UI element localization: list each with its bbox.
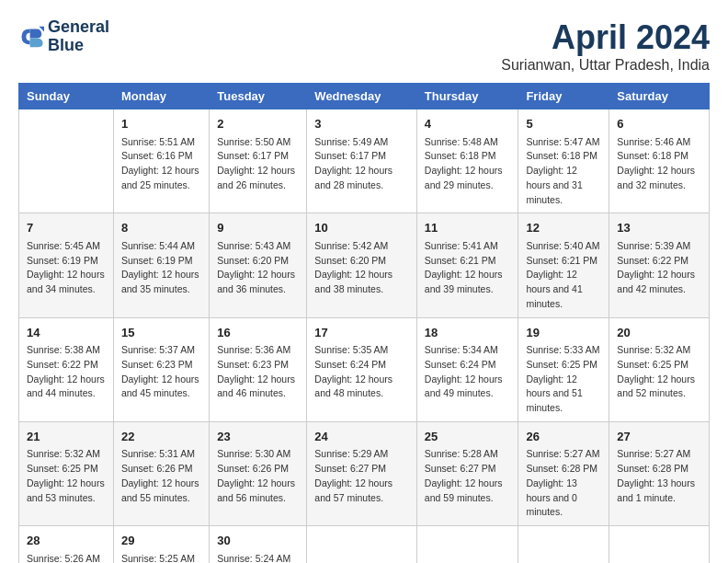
day-info: Sunrise: 5:33 AMSunset: 6:25 PMDaylight:… (526, 343, 601, 416)
calendar-cell: 7Sunrise: 5:45 AMSunset: 6:19 PMDaylight… (19, 213, 114, 317)
day-info: Sunrise: 5:48 AMSunset: 6:18 PMDaylight:… (425, 135, 511, 193)
day-number: 6 (617, 115, 701, 133)
header-day-monday: Monday (113, 84, 209, 109)
day-number: 12 (526, 219, 601, 237)
header: General Blue April 2024 Surianwan, Uttar… (18, 18, 710, 74)
day-info: Sunrise: 5:38 AMSunset: 6:22 PMDaylight:… (27, 343, 106, 401)
day-number: 23 (217, 428, 299, 446)
title-section: April 2024 Surianwan, Uttar Pradesh, Ind… (501, 18, 710, 74)
day-number: 28 (27, 532, 106, 550)
day-number: 10 (314, 219, 409, 237)
calendar-cell: 11Sunrise: 5:41 AMSunset: 6:21 PMDayligh… (416, 213, 518, 317)
day-info: Sunrise: 5:29 AMSunset: 6:27 PMDaylight:… (314, 447, 409, 505)
day-info: Sunrise: 5:43 AMSunset: 6:20 PMDaylight:… (217, 239, 299, 297)
calendar-cell: 3Sunrise: 5:49 AMSunset: 6:17 PMDaylight… (307, 109, 417, 213)
calendar-cell: 4Sunrise: 5:48 AMSunset: 6:18 PMDaylight… (416, 109, 518, 213)
logo-icon (18, 24, 44, 50)
day-number: 29 (121, 532, 201, 550)
day-info: Sunrise: 5:50 AMSunset: 6:17 PMDaylight:… (217, 135, 299, 193)
day-number: 22 (121, 428, 201, 446)
week-row-2: 7Sunrise: 5:45 AMSunset: 6:19 PMDaylight… (19, 213, 710, 317)
calendar-cell (19, 109, 114, 213)
calendar-cell: 15Sunrise: 5:37 AMSunset: 6:23 PMDayligh… (113, 317, 209, 421)
calendar-cell: 19Sunrise: 5:33 AMSunset: 6:25 PMDayligh… (518, 317, 609, 421)
day-info: Sunrise: 5:42 AMSunset: 6:20 PMDaylight:… (314, 239, 409, 297)
day-number: 21 (27, 428, 106, 446)
day-number: 24 (314, 428, 409, 446)
day-number: 25 (425, 428, 511, 446)
day-number: 19 (526, 324, 601, 342)
day-number: 17 (314, 324, 409, 342)
week-row-1: 1Sunrise: 5:51 AMSunset: 6:16 PMDaylight… (19, 109, 710, 213)
calendar-cell: 17Sunrise: 5:35 AMSunset: 6:24 PMDayligh… (307, 317, 417, 421)
day-info: Sunrise: 5:36 AMSunset: 6:23 PMDaylight:… (217, 343, 299, 401)
calendar-cell: 24Sunrise: 5:29 AMSunset: 6:27 PMDayligh… (307, 421, 417, 525)
calendar-cell: 23Sunrise: 5:30 AMSunset: 6:26 PMDayligh… (210, 421, 307, 525)
calendar-cell: 10Sunrise: 5:42 AMSunset: 6:20 PMDayligh… (307, 213, 417, 317)
week-row-5: 28Sunrise: 5:26 AMSunset: 6:29 PMDayligh… (19, 526, 710, 564)
calendar-cell: 8Sunrise: 5:44 AMSunset: 6:19 PMDaylight… (113, 213, 209, 317)
day-info: Sunrise: 5:49 AMSunset: 6:17 PMDaylight:… (314, 135, 409, 193)
day-info: Sunrise: 5:45 AMSunset: 6:19 PMDaylight:… (27, 239, 106, 297)
calendar-cell: 20Sunrise: 5:32 AMSunset: 6:25 PMDayligh… (609, 317, 710, 421)
day-info: Sunrise: 5:44 AMSunset: 6:19 PMDaylight:… (121, 239, 201, 297)
calendar-cell: 30Sunrise: 5:24 AMSunset: 6:30 PMDayligh… (210, 526, 307, 564)
calendar-table: SundayMondayTuesdayWednesdayThursdayFrid… (18, 83, 710, 563)
day-info: Sunrise: 5:51 AMSunset: 6:16 PMDaylight:… (121, 135, 201, 193)
calendar-cell: 18Sunrise: 5:34 AMSunset: 6:24 PMDayligh… (416, 317, 518, 421)
calendar-cell: 2Sunrise: 5:50 AMSunset: 6:17 PMDaylight… (210, 109, 307, 213)
calendar-cell: 14Sunrise: 5:38 AMSunset: 6:22 PMDayligh… (19, 317, 114, 421)
day-info: Sunrise: 5:35 AMSunset: 6:24 PMDaylight:… (314, 343, 409, 401)
day-number: 2 (217, 115, 299, 133)
day-number: 18 (425, 324, 511, 342)
week-row-3: 14Sunrise: 5:38 AMSunset: 6:22 PMDayligh… (19, 317, 710, 421)
calendar-cell: 21Sunrise: 5:32 AMSunset: 6:25 PMDayligh… (19, 421, 114, 525)
day-number: 8 (121, 219, 201, 237)
calendar-cell: 1Sunrise: 5:51 AMSunset: 6:16 PMDaylight… (113, 109, 209, 213)
day-number: 3 (314, 115, 409, 133)
day-number: 9 (217, 219, 299, 237)
day-number: 5 (526, 115, 601, 133)
day-number: 16 (217, 324, 299, 342)
header-day-wednesday: Wednesday (307, 84, 417, 109)
day-number: 26 (526, 428, 601, 446)
calendar-cell: 5Sunrise: 5:47 AMSunset: 6:18 PMDaylight… (518, 109, 609, 213)
header-day-sunday: Sunday (19, 84, 114, 109)
calendar-cell (307, 526, 417, 564)
header-day-friday: Friday (518, 84, 609, 109)
day-info: Sunrise: 5:47 AMSunset: 6:18 PMDaylight:… (526, 135, 601, 208)
day-number: 13 (617, 219, 701, 237)
logo-text: General Blue (48, 18, 109, 55)
day-info: Sunrise: 5:30 AMSunset: 6:26 PMDaylight:… (217, 447, 299, 505)
day-info: Sunrise: 5:27 AMSunset: 6:28 PMDaylight:… (617, 447, 701, 505)
subtitle: Surianwan, Uttar Pradesh, India (501, 57, 710, 74)
day-info: Sunrise: 5:28 AMSunset: 6:27 PMDaylight:… (425, 447, 511, 505)
day-info: Sunrise: 5:32 AMSunset: 6:25 PMDaylight:… (27, 447, 106, 505)
calendar-cell: 29Sunrise: 5:25 AMSunset: 6:29 PMDayligh… (113, 526, 209, 564)
header-day-tuesday: Tuesday (210, 84, 307, 109)
calendar-cell: 13Sunrise: 5:39 AMSunset: 6:22 PMDayligh… (609, 213, 710, 317)
day-info: Sunrise: 5:39 AMSunset: 6:22 PMDaylight:… (617, 239, 701, 297)
calendar-cell: 27Sunrise: 5:27 AMSunset: 6:28 PMDayligh… (609, 421, 710, 525)
calendar-cell: 16Sunrise: 5:36 AMSunset: 6:23 PMDayligh… (210, 317, 307, 421)
day-info: Sunrise: 5:41 AMSunset: 6:21 PMDaylight:… (425, 239, 511, 297)
day-number: 15 (121, 324, 201, 342)
day-number: 4 (425, 115, 511, 133)
day-number: 27 (617, 428, 701, 446)
day-info: Sunrise: 5:25 AMSunset: 6:29 PMDaylight:… (121, 552, 201, 564)
day-number: 30 (217, 532, 299, 550)
logo: General Blue (18, 18, 109, 55)
calendar-cell: 12Sunrise: 5:40 AMSunset: 6:21 PMDayligh… (518, 213, 609, 317)
calendar-cell: 28Sunrise: 5:26 AMSunset: 6:29 PMDayligh… (19, 526, 114, 564)
calendar-cell: 26Sunrise: 5:27 AMSunset: 6:28 PMDayligh… (518, 421, 609, 525)
header-day-thursday: Thursday (416, 84, 518, 109)
calendar-cell: 22Sunrise: 5:31 AMSunset: 6:26 PMDayligh… (113, 421, 209, 525)
day-info: Sunrise: 5:40 AMSunset: 6:21 PMDaylight:… (526, 239, 601, 312)
day-number: 7 (27, 219, 106, 237)
week-row-4: 21Sunrise: 5:32 AMSunset: 6:25 PMDayligh… (19, 421, 710, 525)
day-info: Sunrise: 5:46 AMSunset: 6:18 PMDaylight:… (617, 135, 701, 193)
header-row: SundayMondayTuesdayWednesdayThursdayFrid… (19, 84, 710, 109)
day-info: Sunrise: 5:34 AMSunset: 6:24 PMDaylight:… (425, 343, 511, 401)
header-day-saturday: Saturday (609, 84, 710, 109)
day-info: Sunrise: 5:32 AMSunset: 6:25 PMDaylight:… (617, 343, 701, 401)
